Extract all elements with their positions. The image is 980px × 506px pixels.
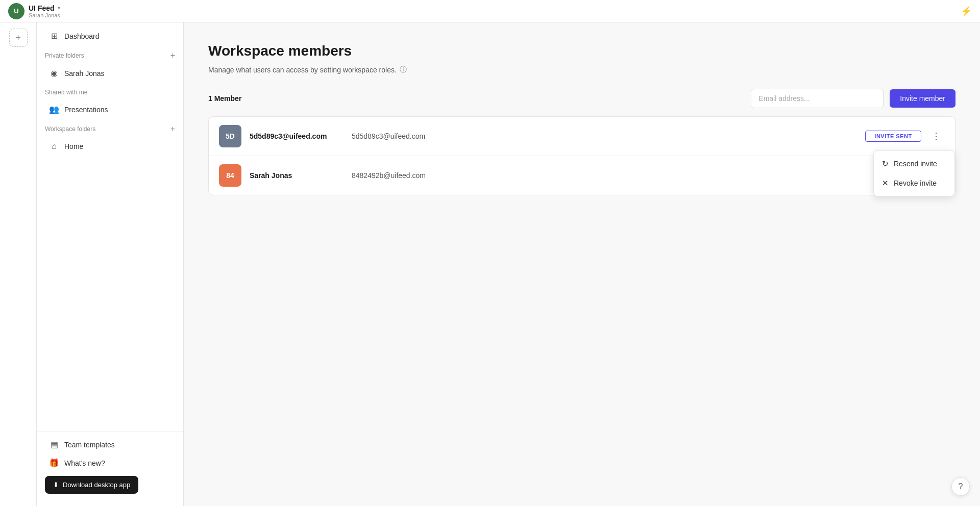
private-folders-section: Private folders + [37,45,183,64]
table-row: 5D 5d5d89c3@uifeed.com 5d5d89c3@uifeed.c… [209,117,955,156]
invite-member-button[interactable]: Invite member [890,89,955,108]
user-icon: ◉ [49,68,59,78]
dashboard-icon: ⊞ [49,31,59,41]
add-workspace-button[interactable]: + [9,29,28,47]
private-folders-header: Private folders + [45,52,175,60]
member-controls: 1 Member Invite member [208,89,955,108]
templates-icon: ▤ [49,440,59,449]
members-table: 5D 5d5d89c3@uifeed.com 5d5d89c3@uifeed.c… [208,116,955,195]
sidebar-item-dashboard[interactable]: ⊞ Dashboard [41,27,179,45]
info-icon: ⓘ [400,65,407,74]
workspace-info: UI Feed ▾ Sarah Jonas [29,4,60,18]
top-bar-right: ⚡ [961,6,972,17]
member-email: 8482492b@uifeed.com [352,171,894,180]
invite-sent-badge: INVITE SENT [865,131,921,142]
workspace-folders-section: Workspace folders + [37,119,183,137]
nav-bottom: ▤ Team templates 🎁 What's new? ⬇ Downloa… [37,427,183,502]
workspace-user: Sarah Jonas [29,12,60,18]
download-icon: ⬇ [53,481,59,489]
sarah-jonas-label: Sarah Jonas [64,69,105,78]
presentations-icon: 👥 [49,105,59,114]
member-avatar: 84 [219,164,241,187]
shared-with-me-header: Shared with me [45,89,175,96]
page-subtitle: Manage what users can access by setting … [208,65,955,74]
member-more-button[interactable]: ⋮ [927,128,945,145]
download-desktop-button[interactable]: ⬇ Download desktop app [45,476,138,494]
table-row: 84 Sarah Jonas 8482492b@uifeed.com Owner [209,156,955,195]
member-count: 1 Member [208,94,241,103]
workspace-name: UI Feed [29,4,55,12]
workspace-folders-header: Workspace folders + [45,125,175,133]
shared-with-me-title: Shared with me [45,89,87,96]
revoke-invite-item[interactable]: ✕ Revoke invite [874,173,954,193]
member-name: 5d5d89c3@uifeed.com [250,132,352,140]
resend-invite-item[interactable]: ↻ Resend invite [874,154,954,173]
user-avatar: U [8,3,24,19]
member-email: 5d5d89c3@uifeed.com [352,132,865,140]
sidebar-item-whats-new[interactable]: 🎁 What's new? [41,454,179,472]
plus-icon: + [15,33,21,43]
close-icon: ✕ [882,179,889,188]
sidebar-item-home[interactable]: ⌂ Home [41,138,179,155]
nav-divider [37,431,183,432]
lightning-icon[interactable]: ⚡ [961,6,972,17]
home-icon: ⌂ [49,142,59,151]
top-bar-left: U UI Feed ▾ Sarah Jonas [8,3,60,19]
private-folders-title: Private folders [45,52,84,59]
sidebar-item-sarah-jonas[interactable]: ◉ Sarah Jonas [41,64,179,82]
gift-icon: 🎁 [49,458,59,468]
sidebar-item-team-templates[interactable]: ▤ Team templates [41,436,179,453]
member-dropdown-menu: ↻ Resend invite ✕ Revoke invite [873,150,955,196]
help-button[interactable]: ? [951,477,970,496]
whats-new-label: What's new? [64,459,105,467]
top-bar: U UI Feed ▾ Sarah Jonas ⚡ [0,0,980,22]
email-input[interactable] [751,89,884,108]
sidebar: + [0,22,37,506]
member-name: Sarah Jonas [250,171,352,180]
add-workspace-folder-button[interactable]: + [170,125,175,133]
presentations-label: Presentations [64,106,108,114]
team-templates-label: Team templates [64,441,115,449]
main-content: Workspace members Manage what users can … [184,22,980,506]
page-title: Workspace members [208,43,955,59]
resend-icon: ↻ [882,159,889,168]
chevron-down-icon: ▾ [58,5,60,11]
add-private-folder-button[interactable]: + [170,52,175,60]
shared-with-me-section: Shared with me [37,83,183,100]
sidebar-item-presentations[interactable]: 👥 Presentations [41,100,179,118]
home-label: Home [64,142,83,150]
dashboard-label: Dashboard [64,32,100,40]
member-avatar: 5D [219,125,241,147]
left-nav: ⊞ Dashboard Private folders + ◉ Sarah Jo… [37,22,184,506]
workspace-folders-title: Workspace folders [45,125,95,133]
invite-controls: Invite member [751,89,955,108]
